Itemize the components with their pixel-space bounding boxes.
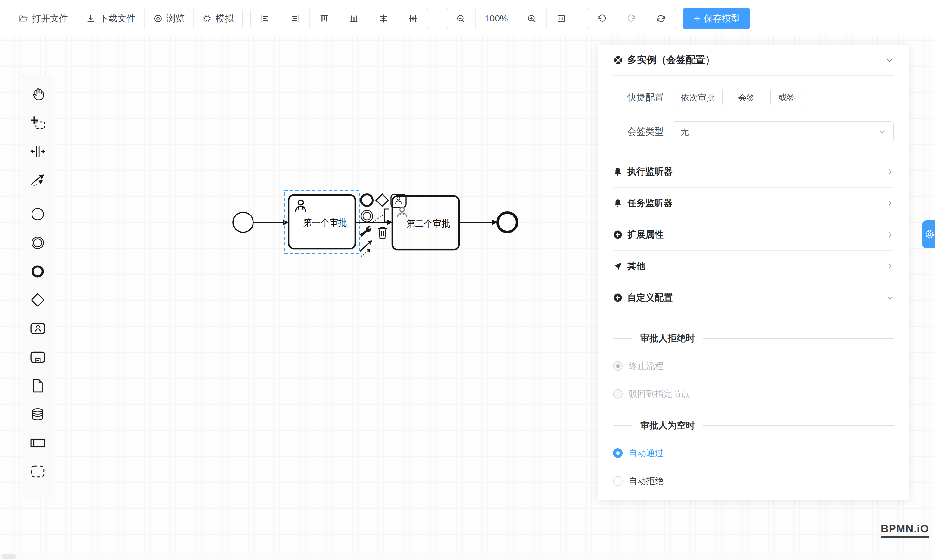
section-task-listener[interactable]: 任务监听器	[613, 187, 894, 219]
subprocess-icon	[30, 349, 46, 365]
zoom-reset-button[interactable]	[547, 8, 576, 29]
zoom-level-value: 100%	[484, 13, 508, 24]
plus-icon	[693, 14, 701, 23]
chevron-down-icon	[886, 294, 894, 302]
empty-group-title: 审批人为空时	[640, 419, 695, 432]
watermark-text: BPMN.iO	[881, 523, 929, 535]
horizontal-scrollbar-thumb[interactable]	[1, 554, 16, 559]
lasso-tool[interactable]	[28, 109, 48, 137]
redo-icon	[627, 14, 636, 23]
create-gateway[interactable]	[28, 286, 48, 314]
sequence-flow-1[interactable]	[254, 220, 288, 225]
create-participant[interactable]	[28, 429, 48, 457]
radio-circle	[613, 448, 623, 458]
section-label: 执行监听器	[627, 165, 673, 178]
create-end-event[interactable]	[28, 257, 48, 286]
multi-instance-icon	[613, 55, 623, 65]
start-event-node[interactable]	[233, 212, 253, 232]
watermark-underline	[881, 535, 929, 538]
space-tool[interactable]	[28, 137, 48, 166]
chevron-right-icon	[886, 168, 894, 175]
reject-group-divider: 审批人拒绝时	[613, 332, 894, 345]
section-other[interactable]: 其他	[613, 250, 894, 282]
create-data-store[interactable]	[28, 400, 48, 429]
quick-config-orsign-button[interactable]: 或签	[770, 89, 803, 106]
simulate-button[interactable]: 模拟	[194, 8, 243, 29]
radio-auto-pass[interactable]: 自动通过	[613, 446, 894, 460]
section-extended-properties[interactable]: 扩展属性	[613, 219, 894, 250]
save-model-button[interactable]: 保存模型	[683, 8, 750, 29]
undo-icon	[597, 14, 607, 23]
align-center-vertical-button[interactable]	[398, 8, 428, 29]
align-right-button[interactable]	[280, 8, 310, 29]
bell-icon	[613, 167, 623, 177]
end-event-icon	[30, 264, 46, 279]
append-gateway-icon[interactable]	[376, 194, 388, 206]
radio-return-to-node: 驳回到指定节点	[613, 388, 894, 400]
create-subprocess[interactable]	[28, 343, 48, 371]
user-task-node-1[interactable]: 第一个审批	[289, 195, 355, 249]
create-user-task[interactable]	[28, 314, 48, 343]
radio-terminate-process: 终止流程	[613, 360, 894, 372]
section-label: 扩展属性	[627, 228, 664, 241]
task-label: 第二个审批	[407, 219, 451, 228]
section-label: 自定义配置	[627, 292, 673, 304]
hand-tool[interactable]	[28, 80, 48, 109]
zoom-out-button[interactable]	[446, 8, 476, 29]
sequence-flow-3[interactable]	[459, 220, 497, 225]
change-type-wrench-icon[interactable]	[360, 226, 371, 237]
align-top-icon	[320, 14, 329, 23]
radio-auto-reject[interactable]: 自动拒绝	[613, 474, 894, 488]
settings-drawer-handle[interactable]	[922, 220, 935, 248]
folder-open-icon	[19, 14, 28, 23]
zoom-in-button[interactable]	[517, 8, 547, 29]
bpmn-io-watermark[interactable]: BPMN.iO	[881, 523, 929, 538]
quick-config-sequential-button[interactable]: 依次审批	[673, 89, 723, 106]
create-start-event[interactable]	[28, 200, 48, 228]
quick-config-label: 快捷配置	[627, 91, 666, 104]
create-intermediate-event[interactable]	[28, 228, 48, 257]
start-event-icon	[30, 206, 46, 222]
radio-label: 终止流程	[629, 360, 664, 372]
append-intermediate-event-icon[interactable]	[361, 210, 373, 222]
section-execution-listener[interactable]: 执行监听器	[613, 156, 894, 187]
section-label: 任务监听器	[627, 197, 673, 209]
preview-label: 浏览	[166, 12, 185, 25]
create-data-object[interactable]	[28, 371, 48, 400]
delete-trash-icon[interactable]	[378, 227, 388, 238]
open-file-label: 打开文件	[32, 12, 68, 25]
connect-tool-icon[interactable]	[360, 240, 372, 257]
reject-group-title: 审批人拒绝时	[640, 332, 695, 345]
plus-circle-icon	[613, 230, 623, 240]
zoom-out-icon	[456, 14, 466, 23]
radio-label: 驳回到指定节点	[629, 388, 690, 400]
append-text-annotation-icon[interactable]	[373, 209, 389, 222]
open-file-button[interactable]: 打开文件	[10, 8, 77, 29]
sign-type-select[interactable]: 无	[673, 121, 894, 142]
space-tool-icon	[30, 144, 46, 159]
redo-button[interactable]	[617, 8, 646, 29]
properties-panel: 多实例（会签配置） 快捷配置 依次审批 会签 或签 会签类型 无	[598, 45, 909, 500]
align-center-horizontal-button[interactable]	[369, 8, 398, 29]
save-model-label: 保存模型	[704, 12, 740, 25]
align-bottom-button[interactable]	[339, 8, 369, 29]
participant-icon	[30, 435, 46, 451]
quick-config-countersign-button[interactable]: 会签	[730, 89, 763, 106]
append-end-event-icon[interactable]	[361, 194, 373, 206]
undo-button[interactable]	[587, 8, 617, 29]
element-palette	[22, 75, 53, 498]
align-left-button[interactable]	[251, 8, 280, 29]
align-top-button[interactable]	[310, 8, 339, 29]
download-file-button[interactable]: 下载文件	[77, 8, 145, 29]
palette-separator	[27, 197, 48, 197]
plus-circle-icon	[613, 293, 623, 303]
multi-instance-section-header[interactable]: 多实例（会签配置）	[613, 45, 894, 76]
section-custom-config[interactable]: 自定义配置	[613, 282, 894, 313]
global-connect-tool[interactable]	[28, 166, 48, 194]
restart-button[interactable]	[646, 8, 676, 29]
radio-circle	[613, 476, 623, 486]
end-event-node[interactable]	[498, 212, 517, 232]
preview-icon	[154, 14, 163, 23]
create-group[interactable]	[28, 457, 48, 486]
preview-button[interactable]: 浏览	[145, 8, 194, 29]
